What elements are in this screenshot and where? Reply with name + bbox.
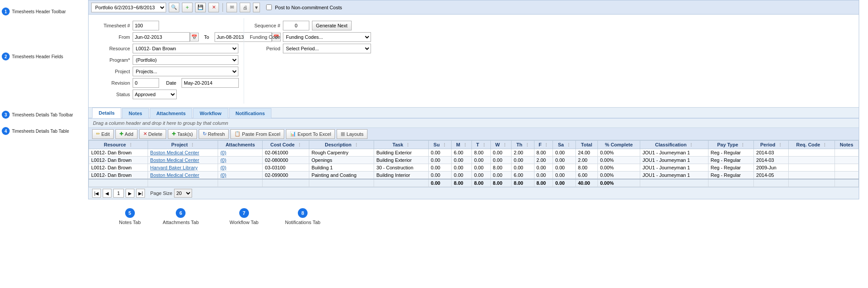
timesheet-number-input[interactable]: [133, 21, 159, 30]
col-menu-resource[interactable]: ⋮: [129, 143, 133, 147]
revision-row: Revision Date: [99, 78, 238, 88]
from-calendar-button[interactable]: 📅: [190, 33, 199, 41]
period-dropdown[interactable]: Portfolio 6/2/2013~6/8/2013: [91, 3, 166, 12]
chevron-down-icon: ▼: [254, 5, 259, 10]
cell-cost-code: 02-061000: [263, 149, 309, 157]
tab-workflow[interactable]: Workflow: [193, 108, 228, 118]
first-page-button[interactable]: |◀: [92, 189, 101, 198]
page-size-select[interactable]: 20 50 100: [174, 189, 192, 198]
annotation-label-4: Timesheets Details Tab Table: [12, 129, 69, 134]
col-menu-su[interactable]: ⋮: [442, 143, 446, 147]
paste-button[interactable]: 📋 Paste From Excel: [230, 129, 284, 139]
total-su: 0.00: [428, 179, 451, 187]
search-button[interactable]: 🔍: [169, 3, 179, 12]
project-link[interactable]: Boston Medical Center: [150, 150, 199, 155]
export-button[interactable]: 📊 Export To Excel: [286, 129, 335, 139]
edit-button[interactable]: ✏ Edit: [92, 129, 114, 139]
tab-notifications[interactable]: Notifications: [229, 108, 272, 118]
print-dropdown-button[interactable]: ▼: [253, 3, 260, 12]
revision-date-input[interactable]: [182, 78, 239, 88]
cell-su: 0.00: [428, 164, 451, 172]
tab-notes[interactable]: Notes: [122, 108, 149, 118]
project-link[interactable]: Boston Medical Center: [150, 157, 199, 163]
current-page-input[interactable]: [113, 189, 124, 198]
total-th: 8.00: [512, 179, 534, 187]
add-button[interactable]: +: [182, 3, 193, 12]
generate-next-button[interactable]: Generate Next: [312, 21, 352, 30]
col-menu-sa[interactable]: ⋮: [567, 143, 571, 147]
cell-t: 0.00: [471, 164, 490, 172]
attachment-link[interactable]: (0): [220, 165, 226, 170]
email-button[interactable]: ✉: [226, 3, 237, 12]
period-select[interactable]: Select Period...: [283, 44, 371, 53]
last-page-button[interactable]: ▶|: [136, 189, 145, 198]
col-menu-project[interactable]: ⋮: [190, 143, 194, 147]
status-select[interactable]: Approved: [133, 90, 177, 99]
delete-icon-2: ✕: [143, 131, 147, 137]
layouts-button[interactable]: ▦ Layouts: [337, 129, 367, 139]
total-w: 8.00: [490, 179, 511, 187]
funding-code-select[interactable]: Funding Codes...: [283, 32, 371, 42]
cell-sa: 0.00: [553, 157, 575, 164]
sequence-input[interactable]: [283, 21, 309, 30]
col-menu-f[interactable]: ⋮: [544, 143, 548, 147]
cell-su: 0.00: [428, 149, 451, 157]
refresh-button[interactable]: ↻ Refresh: [199, 129, 229, 139]
period-row: Period Select Period...: [249, 44, 848, 53]
resource-select[interactable]: L0012- Dan Brown: [133, 44, 238, 53]
cell-sa: 0.00: [553, 149, 575, 157]
program-row: Program* (Portfolio): [99, 55, 238, 65]
col-menu-reqcode[interactable]: ⋮: [823, 143, 827, 147]
col-attachments: Attachments: [218, 141, 263, 149]
cell-w: 8.00: [490, 164, 511, 172]
save-button[interactable]: 💾: [195, 3, 206, 12]
revision-input[interactable]: [133, 78, 159, 88]
col-menu-w[interactable]: ⋮: [503, 143, 507, 147]
total-task: [374, 179, 428, 187]
attachment-link[interactable]: (0): [220, 172, 226, 178]
tab-details[interactable]: Details: [92, 108, 121, 118]
tasks-button[interactable]: ✚ Task(s): [168, 129, 197, 139]
project-select[interactable]: Projects...: [133, 67, 238, 76]
col-menu-desc[interactable]: ⋮: [354, 143, 358, 147]
search-icon: 🔍: [171, 4, 177, 10]
cell-w: 0.00: [490, 149, 511, 157]
post-checkbox[interactable]: [266, 4, 272, 10]
col-menu-paytype[interactable]: ⋮: [741, 143, 745, 147]
delete-row-button[interactable]: ✕ Delete: [139, 129, 167, 139]
project-link[interactable]: Boston Medical Center: [150, 172, 199, 178]
delete-button[interactable]: ✕: [208, 3, 219, 12]
attachment-link[interactable]: (0): [220, 150, 226, 155]
program-select[interactable]: (Portfolio): [133, 55, 238, 65]
from-date-input[interactable]: [133, 32, 190, 42]
col-menu-task[interactable]: ⋮: [406, 143, 410, 147]
layouts-icon: ▦: [341, 131, 345, 137]
cell-w: 0.00: [490, 172, 511, 180]
next-page-button[interactable]: ▶: [126, 189, 134, 198]
print-button[interactable]: 🖨: [240, 3, 250, 12]
annotation-badge-4: 4: [2, 127, 10, 135]
prev-page-button[interactable]: ◀: [103, 189, 111, 198]
cell-pay-type: Reg - Regular: [708, 157, 754, 164]
table-row: L0012- Dan Brown Boston Medical Center (…: [89, 149, 859, 157]
cell-f: 2.00: [534, 157, 553, 164]
col-menu-m[interactable]: ⋮: [463, 143, 467, 147]
add-row-button[interactable]: ✚ Add: [115, 129, 137, 139]
post-checkbox-area: Post to Non-commitment Costs: [266, 4, 342, 10]
project-link[interactable]: Harvard Baker Library: [150, 165, 198, 170]
col-notes: Notes: [835, 141, 858, 149]
col-w: W ⋮: [490, 141, 511, 149]
total-reqcode: [788, 179, 835, 187]
col-th: Th ⋮: [512, 141, 534, 149]
col-sa: Sa ⋮: [553, 141, 575, 149]
attachment-link[interactable]: (0): [220, 157, 226, 163]
col-menu-th[interactable]: ⋮: [525, 143, 529, 147]
timesheets-header-fields: Timesheet # From 📅 To: [89, 15, 859, 108]
col-menu-period[interactable]: ⋮: [778, 143, 782, 147]
cell-attachments: (0): [218, 164, 263, 172]
col-menu-class[interactable]: ⋮: [689, 143, 693, 147]
tab-attachments[interactable]: Attachments: [150, 108, 193, 118]
table-header: Resource ⋮ Project ⋮ Attachments Cost Co…: [89, 141, 859, 149]
col-menu-t[interactable]: ⋮: [482, 143, 486, 147]
col-menu-costcode[interactable]: ⋮: [297, 143, 301, 147]
